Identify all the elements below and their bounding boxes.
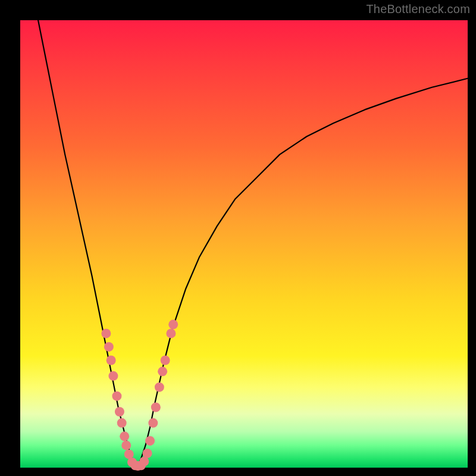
curve-right-branch (137, 79, 468, 468)
data-point (155, 383, 164, 392)
data-point (101, 328, 111, 338)
data-point (121, 440, 131, 450)
data-point (166, 328, 176, 338)
data-point (148, 418, 158, 428)
data-point (168, 320, 178, 329)
data-point (145, 436, 155, 446)
watermark-text: TheBottleneck.com (366, 2, 470, 16)
data-point (108, 371, 118, 381)
data-point (104, 342, 114, 352)
data-point (107, 356, 116, 365)
chart-svg (20, 20, 468, 468)
data-point (161, 356, 170, 365)
data-point (151, 402, 161, 412)
data-point (158, 367, 167, 376)
outer-frame: TheBottleneck.com (0, 0, 476, 476)
data-point (143, 449, 152, 458)
marker-group (101, 320, 178, 471)
curve-left-branch (38, 20, 136, 468)
data-point (120, 431, 129, 441)
data-point (112, 392, 121, 401)
data-point (117, 418, 127, 428)
data-point (115, 407, 124, 416)
